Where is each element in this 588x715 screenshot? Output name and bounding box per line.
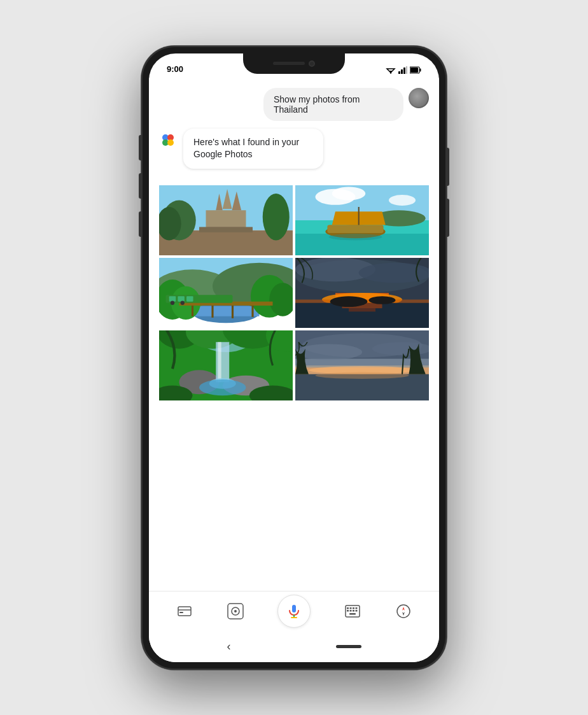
- front-camera: [309, 60, 315, 67]
- phone-screen: 9:00: [149, 53, 439, 662]
- photo-temple[interactable]: [159, 185, 293, 255]
- svg-marker-113: [402, 607, 405, 611]
- mic-button[interactable]: [277, 595, 311, 628]
- svg-point-80: [199, 379, 246, 395]
- status-time: 9:00: [167, 64, 183, 74]
- photo-waterfall[interactable]: [159, 330, 293, 400]
- svg-rect-107: [347, 610, 349, 612]
- svg-rect-103: [347, 607, 349, 609]
- svg-rect-106: [356, 607, 358, 609]
- phone-wrapper: 9:00: [0, 0, 588, 715]
- svg-rect-111: [349, 613, 356, 615]
- svg-point-92: [316, 372, 409, 379]
- svg-marker-114: [402, 612, 405, 616]
- svg-rect-104: [350, 607, 352, 609]
- google-assistant-logo: [159, 131, 177, 149]
- svg-rect-109: [353, 610, 354, 612]
- assistant-message-text: Here's what I found in your Google Photo…: [193, 137, 299, 160]
- svg-rect-52: [169, 296, 176, 301]
- battery-icon: [410, 66, 421, 74]
- svg-point-27: [332, 187, 366, 200]
- svg-rect-105: [353, 607, 354, 609]
- svg-rect-78: [218, 342, 221, 382]
- back-button[interactable]: ‹: [227, 640, 231, 653]
- svg-point-2: [390, 72, 391, 73]
- svg-rect-110: [356, 610, 358, 612]
- compass-icon-button[interactable]: [395, 602, 412, 620]
- svg-rect-33: [327, 225, 383, 233]
- photo-grid: [159, 185, 429, 400]
- keyboard-icon-button[interactable]: [344, 602, 361, 620]
- signal-icon: [398, 66, 407, 74]
- svg-point-36: [329, 234, 382, 241]
- svg-rect-99: [292, 605, 296, 612]
- assistant-message-row: Here's what I found in your Google Photo…: [159, 129, 429, 169]
- svg-rect-5: [403, 67, 405, 74]
- svg-point-56: [181, 301, 185, 304]
- svg-point-87: [295, 344, 362, 360]
- speaker: [273, 62, 305, 65]
- bottom-bar: [149, 591, 439, 632]
- svg-point-98: [234, 610, 237, 612]
- avatar-image: [410, 89, 428, 107]
- svg-rect-4: [401, 69, 403, 74]
- cards-icon-button[interactable]: [176, 602, 193, 620]
- svg-point-67: [330, 296, 368, 307]
- svg-rect-77: [216, 342, 229, 382]
- svg-rect-6: [406, 66, 407, 74]
- svg-rect-108: [350, 610, 352, 612]
- assistant-bubble: Here's what I found in your Google Photo…: [183, 129, 323, 169]
- chat-area: Show my photos from Thailand: [149, 78, 439, 400]
- svg-rect-54: [186, 296, 193, 301]
- svg-rect-41: [193, 306, 260, 316]
- svg-point-13: [167, 139, 174, 146]
- lens-icon-button[interactable]: [227, 602, 244, 620]
- svg-rect-53: [178, 296, 185, 301]
- svg-point-68: [369, 296, 396, 304]
- wifi-icon: [386, 66, 396, 74]
- photo-sunset2[interactable]: [295, 330, 429, 400]
- svg-rect-23: [199, 227, 253, 232]
- home-pill[interactable]: [336, 645, 361, 648]
- svg-rect-95: [179, 612, 183, 613]
- svg-rect-66: [349, 308, 375, 311]
- screen-content: Show my photos from Thailand: [149, 78, 439, 662]
- photo-train[interactable]: [159, 258, 293, 328]
- svg-point-28: [389, 195, 416, 206]
- status-icons: [386, 66, 421, 74]
- navigation-bar: ‹: [149, 632, 439, 662]
- svg-point-24: [263, 194, 290, 241]
- user-message-bubble: Show my photos from Thailand: [263, 88, 403, 121]
- user-message-row: Show my photos from Thailand: [159, 88, 429, 121]
- svg-point-55: [171, 301, 174, 304]
- svg-rect-9: [410, 67, 418, 73]
- photo-boat[interactable]: [295, 185, 429, 255]
- svg-rect-3: [398, 71, 400, 74]
- user-message-text: Show my photos from Thailand: [274, 94, 360, 115]
- svg-rect-93: [178, 607, 191, 616]
- phone-device: 9:00: [141, 46, 447, 670]
- svg-rect-8: [420, 68, 421, 71]
- user-avatar[interactable]: [409, 88, 429, 108]
- photo-sunset[interactable]: [295, 258, 429, 328]
- phone-notch: [243, 53, 345, 74]
